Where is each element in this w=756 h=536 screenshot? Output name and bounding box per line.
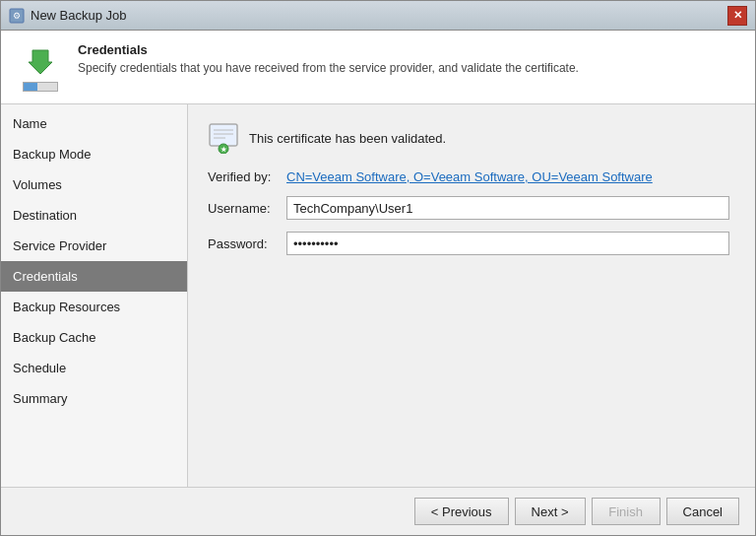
password-row: Password:: [208, 232, 735, 255]
svg-marker-2: [29, 50, 52, 74]
cert-validated-text: This certificate has been validated.: [249, 131, 446, 146]
footer: < Previous Next > Finish Cancel: [1, 487, 755, 535]
cancel-button[interactable]: Cancel: [666, 498, 739, 525]
header-description: Specify credentials that you have receiv…: [78, 61, 739, 75]
sidebar-item-backup-mode[interactable]: Backup Mode: [1, 139, 187, 169]
username-label: Username:: [208, 201, 286, 216]
main-window: ⚙ New Backup Job ✕ Credentials Specify c…: [0, 0, 756, 536]
username-input[interactable]: [286, 196, 729, 220]
header-text: Credentials Specify credentials that you…: [78, 42, 739, 75]
sidebar: Name Backup Mode Volumes Destination Ser…: [1, 104, 188, 487]
password-input[interactable]: [286, 232, 729, 255]
certificate-icon: ★: [208, 122, 239, 154]
header-icon-container: [17, 42, 64, 92]
sidebar-item-backup-cache[interactable]: Backup Cache: [1, 322, 187, 353]
sidebar-item-credentials[interactable]: Credentials: [1, 261, 187, 292]
header-title: Credentials: [78, 42, 739, 57]
sidebar-item-destination[interactable]: Destination: [1, 200, 187, 231]
svg-text:⚙: ⚙: [13, 11, 21, 21]
progress-fill: [24, 83, 37, 91]
password-label: Password:: [208, 236, 286, 251]
sidebar-item-volumes[interactable]: Volumes: [1, 169, 187, 200]
sidebar-item-summary[interactable]: Summary: [1, 383, 187, 414]
svg-rect-3: [210, 124, 237, 146]
download-icon: [23, 42, 58, 78]
main-content: Name Backup Mode Volumes Destination Ser…: [1, 104, 755, 487]
previous-button[interactable]: < Previous: [414, 498, 509, 525]
verified-label: Verified by:: [208, 169, 286, 184]
header-section: Credentials Specify credentials that you…: [1, 31, 755, 104]
username-row: Username:: [208, 196, 735, 220]
title-bar-left: ⚙ New Backup Job: [9, 8, 127, 24]
close-button[interactable]: ✕: [727, 6, 747, 26]
verified-row: Verified by: CN=Veeam Software, O=Veeam …: [208, 169, 735, 184]
next-button[interactable]: Next >: [515, 498, 586, 525]
certificate-row: ★ This certificate has been validated.: [208, 122, 735, 154]
sidebar-item-backup-resources[interactable]: Backup Resources: [1, 292, 187, 322]
svg-text:★: ★: [220, 146, 227, 153]
progress-bar: [23, 82, 58, 92]
sidebar-item-name[interactable]: Name: [1, 108, 187, 139]
title-bar: ⚙ New Backup Job ✕: [1, 1, 755, 31]
sidebar-item-service-provider[interactable]: Service Provider: [1, 231, 187, 261]
sidebar-item-schedule[interactable]: Schedule: [1, 353, 187, 383]
verified-link[interactable]: CN=Veeam Software, O=Veeam Software, OU=…: [286, 169, 653, 184]
window-title: New Backup Job: [31, 8, 127, 23]
app-icon: ⚙: [9, 8, 25, 24]
finish-button[interactable]: Finish: [592, 498, 661, 525]
content-area: ★ This certificate has been validated. V…: [188, 104, 755, 487]
